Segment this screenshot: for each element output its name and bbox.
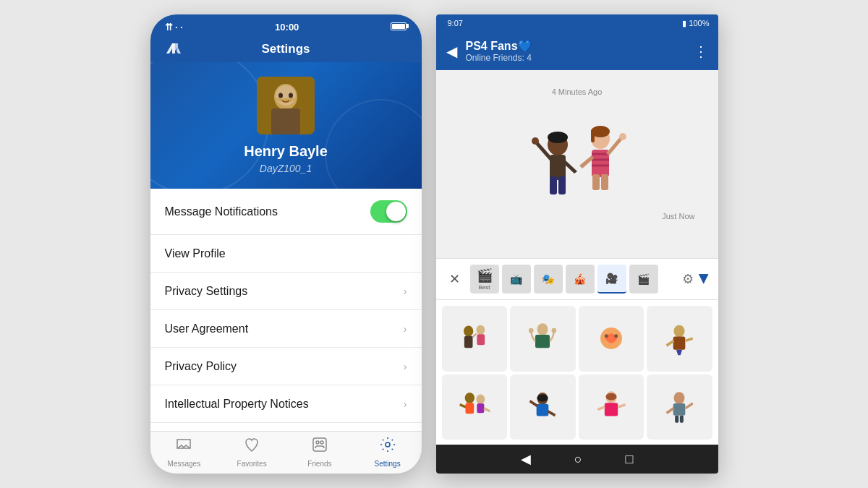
profile-username: DayZ100_1 <box>260 163 312 174</box>
sticker-tab-2[interactable]: 📺 <box>502 265 531 294</box>
sticker-tab-4-icon: 🎪 <box>574 273 586 285</box>
battery-icon <box>391 22 407 33</box>
sticker-message-1 <box>448 108 707 206</box>
status-time: 10:00 <box>275 22 299 33</box>
settings-item-view-profile[interactable]: View Profile <box>150 235 422 273</box>
privacy-settings-chevron: › <box>404 286 407 297</box>
chat-messages-area: 4 Minutes Ago <box>436 70 718 258</box>
profile-avatar <box>257 77 315 134</box>
svg-point-35 <box>605 334 608 338</box>
svg-point-45 <box>537 394 548 401</box>
favorites-tab-label: Favorites <box>237 460 267 468</box>
user-agreement-label: User Agreement <box>165 322 249 335</box>
android-time: 9:07 <box>445 19 463 27</box>
messages-tab-icon <box>175 436 192 458</box>
sticker-6[interactable] <box>510 374 576 440</box>
sticker-1[interactable] <box>442 306 508 372</box>
sticker-tab-5[interactable]: 🎥 <box>597 265 626 294</box>
sticker-panel-header: ✕ 🎬 Best 📺 🎭 🎪 � <box>436 259 718 300</box>
settings-item-intellectual-property[interactable]: Intellectual Property Notices › <box>150 385 422 423</box>
settings-item-user-agreement[interactable]: User Agreement › <box>150 310 422 348</box>
sticker-3[interactable] <box>579 306 644 372</box>
sticker-tab-6[interactable]: 🎬 <box>629 265 658 294</box>
sticker-tab-1[interactable]: 🎬 Best <box>470 265 499 294</box>
svg-point-39 <box>464 393 474 403</box>
tab-messages[interactable]: Messages <box>150 436 218 468</box>
svg-rect-21 <box>601 174 608 190</box>
svg-point-9 <box>386 442 390 447</box>
sticker-8[interactable] <box>647 374 712 440</box>
sticker-panel: ✕ 🎬 Best 📺 🎭 🎪 � <box>436 258 718 445</box>
screenshot-container: ⇈ ∙ ∙ 10:00 Settings <box>136 0 733 488</box>
sticker-7[interactable] <box>579 374 644 440</box>
svg-point-28 <box>476 325 485 335</box>
svg-rect-29 <box>477 334 485 345</box>
svg-rect-20 <box>592 174 600 190</box>
sticker-5[interactable] <box>442 374 508 440</box>
sticker-grid <box>436 300 718 445</box>
android-recent-button[interactable]: □ <box>626 452 634 467</box>
privacy-settings-label: Privacy Settings <box>165 285 248 298</box>
back-button[interactable]: ◀ <box>446 43 457 60</box>
messages-tab-label: Messages <box>168 460 201 468</box>
android-home-button[interactable]: ○ <box>574 452 582 467</box>
message-notifications-toggle[interactable] <box>370 200 407 223</box>
view-profile-label: View Profile <box>165 247 226 260</box>
svg-point-37 <box>674 325 685 338</box>
settings-tab-icon <box>379 436 396 458</box>
friends-tab-icon <box>311 436 328 458</box>
sticker-tab-5-icon: 🎥 <box>605 273 618 284</box>
send-button[interactable]: ▶ <box>697 274 712 284</box>
settings-item-privacy-settings[interactable]: Privacy Settings › <box>150 273 422 310</box>
svg-rect-40 <box>465 403 474 414</box>
settings-list: Message Notifications View Profile Priva… <box>150 189 422 431</box>
settings-item-privacy-policy[interactable]: Privacy Policy › <box>150 348 422 385</box>
chat-title: PS4 Fans💙 <box>466 39 685 53</box>
svg-rect-24 <box>591 129 595 142</box>
wifi-icon: ⇈ ∙ ∙ <box>165 22 183 33</box>
svg-rect-27 <box>464 336 473 348</box>
timestamp-2: Just Now <box>448 212 707 221</box>
chat-header-info: PS4 Fans💙 Online Friends: 4 <box>466 39 685 63</box>
android-chat-header: ◀ PS4 Fans💙 Online Friends: 4 ⋮ <box>436 32 718 70</box>
sticker-tab-3[interactable]: 🎭 <box>534 265 563 294</box>
svg-point-4 <box>278 93 283 98</box>
intellectual-property-chevron: › <box>404 398 407 410</box>
privacy-policy-label: Privacy Policy <box>165 360 237 373</box>
svg-point-48 <box>605 393 616 401</box>
sticker-4[interactable] <box>647 306 712 372</box>
svg-point-14 <box>548 132 568 143</box>
more-options-button[interactable]: ⋮ <box>694 43 708 60</box>
android-phone: 9:07 ▮ 100% ◀ PS4 Fans💙 Online Friends: … <box>436 14 718 474</box>
svg-rect-12 <box>558 176 566 194</box>
android-back-button[interactable]: ◀ <box>521 451 531 467</box>
svg-point-36 <box>614 334 618 338</box>
sticker-settings-button[interactable]: ⚙ <box>682 271 694 287</box>
sticker-tab-1-sub: Best <box>478 284 490 291</box>
sticker-image-1 <box>519 114 635 200</box>
close-sticker-panel-button[interactable]: ✕ <box>445 270 464 288</box>
svg-rect-51 <box>675 415 678 422</box>
sticker-tab-3-icon: 🎭 <box>542 273 554 285</box>
tab-favorites[interactable]: Favorites <box>218 436 286 468</box>
toggle-knob <box>386 202 406 221</box>
sticker-tab-4[interactable]: 🎪 <box>566 265 595 294</box>
friends-tab-label: Friends <box>307 460 331 468</box>
svg-point-41 <box>476 394 485 403</box>
svg-rect-42 <box>477 403 484 413</box>
message-notifications-label: Message Notifications <box>165 205 278 218</box>
svg-point-26 <box>464 326 473 337</box>
svg-point-25 <box>619 133 626 140</box>
nav-title: Settings <box>261 42 310 56</box>
tab-settings[interactable]: Settings <box>354 436 422 468</box>
svg-rect-47 <box>605 403 618 416</box>
ios-nav-bar: Settings <box>150 36 422 62</box>
svg-rect-31 <box>535 335 550 348</box>
settings-item-message-notifications[interactable]: Message Notifications <box>150 189 422 235</box>
tab-friends[interactable]: Friends <box>286 436 354 468</box>
svg-point-7 <box>316 441 319 444</box>
settings-tab-label: Settings <box>375 460 401 468</box>
svg-rect-11 <box>550 176 557 194</box>
sticker-2[interactable] <box>510 306 576 372</box>
svg-rect-38 <box>673 337 686 350</box>
